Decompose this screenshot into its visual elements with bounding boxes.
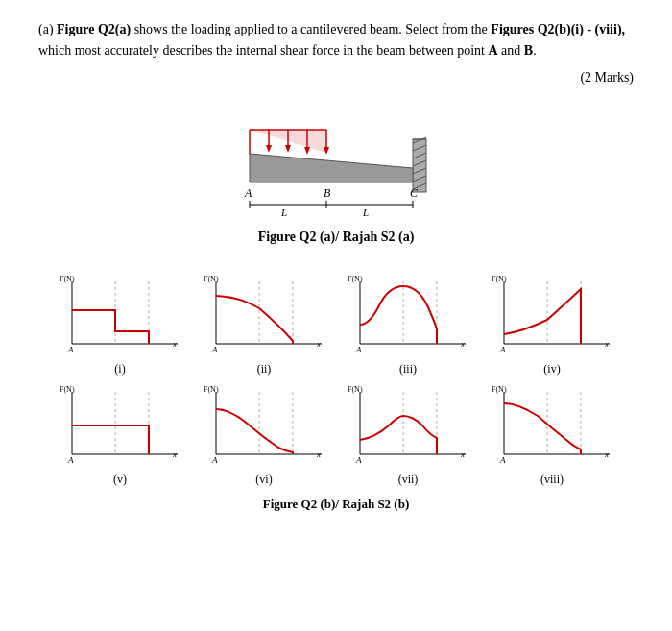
graph-label-iv: (iv) <box>543 362 560 376</box>
beam-figure: A B C L L Figure Q2 (a)/ Rajah S2 (a) <box>38 101 634 262</box>
svg-text:F(N): F(N) <box>60 385 75 394</box>
figures-bold: Figures Q2(b)(i) - (viii), <box>491 22 625 36</box>
svg-text:B: B <box>324 186 331 200</box>
graph-label-ii: (ii) <box>257 362 272 376</box>
graph-label-iii: (iii) <box>399 362 417 376</box>
svg-text:x: x <box>172 449 177 459</box>
graph-label-vi: (vi) <box>255 473 272 487</box>
svg-text:x: x <box>172 339 177 349</box>
point-a-bold: A <box>488 43 497 58</box>
figure-caption-a: Figure Q2 (a)/ Rajah S2 (a) <box>258 230 415 245</box>
svg-text:A: A <box>499 345 506 354</box>
svg-text:F(N): F(N) <box>348 275 363 283</box>
graph-cell-v: F(N) x A (v) <box>53 382 187 487</box>
graph-label-vii: (vii) <box>398 473 419 487</box>
graph-label-v: (v) <box>113 473 127 487</box>
figure-ref-bold: Figure Q2(a) <box>57 22 131 36</box>
graph-cell-iii: F(N) x A (iii) <box>341 272 475 376</box>
svg-marker-14 <box>266 145 272 153</box>
part-label: (a) <box>38 22 54 36</box>
graph-cell-viii: F(N) x A (viii) <box>485 382 619 487</box>
svg-marker-18 <box>304 147 310 155</box>
svg-text:C: C <box>410 186 419 200</box>
svg-text:A: A <box>67 455 74 465</box>
point-b-bold: B <box>524 43 533 58</box>
marks: (2 Marks) <box>38 70 634 85</box>
graph-cell-i: F(N) x A (i) <box>53 272 187 376</box>
question-text: (a) Figure Q2(a) shows the loading appli… <box>38 19 634 62</box>
graph-cell-vi: F(N) x A (vi) <box>197 382 331 487</box>
svg-text:F(N): F(N) <box>348 385 363 394</box>
svg-marker-9 <box>250 154 413 182</box>
svg-text:A: A <box>355 345 362 354</box>
svg-text:x: x <box>604 339 609 349</box>
graph-label-viii: (viii) <box>540 473 564 487</box>
svg-text:x: x <box>316 339 321 349</box>
svg-text:F(N): F(N) <box>492 385 507 394</box>
graph-cell-iv: F(N) x A (iv) <box>485 272 619 376</box>
svg-text:x: x <box>316 449 321 459</box>
graph-cell-vii: F(N) x A (vii) <box>341 382 475 487</box>
svg-text:L: L <box>280 206 287 218</box>
svg-text:A: A <box>355 455 362 465</box>
svg-text:F(N): F(N) <box>204 275 219 283</box>
svg-text:A: A <box>211 345 218 354</box>
graph-label-i: (i) <box>114 362 125 376</box>
svg-text:L: L <box>362 206 369 218</box>
svg-text:x: x <box>604 449 609 459</box>
svg-text:x: x <box>460 339 465 349</box>
svg-text:F(N): F(N) <box>60 275 75 283</box>
svg-text:A: A <box>244 186 252 200</box>
graphs-row-1: F(N) x A (i) F(N) x A <box>38 272 634 376</box>
graph-cell-ii: F(N) x A (ii) <box>197 272 331 376</box>
svg-text:A: A <box>211 455 218 465</box>
svg-text:x: x <box>460 449 465 459</box>
svg-text:F(N): F(N) <box>204 385 219 394</box>
svg-text:F(N): F(N) <box>492 275 507 283</box>
svg-text:A: A <box>499 455 506 465</box>
svg-text:A: A <box>67 345 74 354</box>
svg-marker-16 <box>285 145 291 153</box>
graphs-row-2: F(N) x A (v) F(N) x A (vi) <box>38 382 634 487</box>
beam-svg: A B C L L <box>192 101 480 230</box>
figure-caption-b: Figure Q2 (b)/ Rajah S2 (b) <box>38 497 634 512</box>
